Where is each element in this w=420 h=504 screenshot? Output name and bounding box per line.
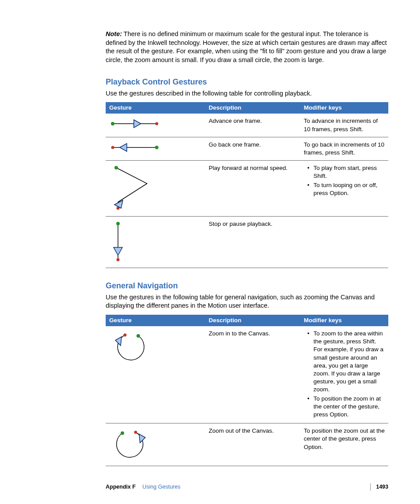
page: Note: There is no defined minimum or max… <box>0 0 420 504</box>
svg-marker-17 <box>115 337 122 346</box>
gesture-zoomin-icon <box>109 330 153 365</box>
cell-desc: Go back one frame. <box>205 137 300 160</box>
gesture-stop-icon <box>109 220 136 264</box>
bullet-item: To turn looping on or off, press Option. <box>309 181 385 197</box>
table-row: Zoom in to the Canvas. To zoom to the ar… <box>106 326 388 423</box>
th-modifier: Modifier keys <box>300 102 388 114</box>
cell-mod <box>300 217 388 268</box>
svg-point-6 <box>155 146 158 149</box>
cell-desc: Play forward at normal speed. <box>205 161 300 217</box>
svg-marker-3 <box>134 120 141 128</box>
bullet-item: To position the zoom in at the center of… <box>309 395 385 419</box>
gesture-zoomout-icon <box>109 427 153 462</box>
note-label: Note: <box>106 30 122 37</box>
content-area: Note: There is no defined minimum or max… <box>106 30 388 466</box>
table-row: Go back one frame. To go back in increme… <box>106 137 388 160</box>
gesture-play-icon <box>109 164 162 213</box>
cell-mod-list: To play from start, press Shift. To turn… <box>304 164 385 197</box>
cell-desc: Zoom in to the Canvas. <box>205 326 300 423</box>
cell-mod-list: To zoom to the area within the gesture, … <box>304 330 385 419</box>
table-row: Zoom out of the Canvas. To position the … <box>106 423 388 466</box>
svg-point-2 <box>155 122 158 125</box>
section-intro-playback: Use the gestures described in the follow… <box>106 89 388 98</box>
svg-point-5 <box>111 146 114 149</box>
table-row: Advance one frame. To advance in increme… <box>106 114 388 137</box>
section-heading-nav: General Navigation <box>106 280 388 291</box>
cell-desc: Advance one frame. <box>205 114 300 137</box>
footer-page-number: 1493 <box>370 483 388 491</box>
note-text: There is no defined minimum or maximum s… <box>106 30 387 63</box>
svg-marker-20 <box>139 434 145 443</box>
svg-point-19 <box>134 431 137 434</box>
th-description: Description <box>205 102 300 114</box>
page-footer: Appendix F Using Gestures 1493 <box>106 483 388 491</box>
footer-appendix: Appendix F <box>106 484 136 490</box>
bullet-item: To zoom to the area within the gesture, … <box>309 330 385 394</box>
cell-mod: To position the zoom out at the center o… <box>300 423 388 466</box>
table-row: Stop or pause playback. <box>106 217 388 268</box>
footer-chapter: Using Gestures <box>143 484 181 490</box>
th-modifier: Modifier keys <box>300 315 388 326</box>
cell-mod: To advance in increments of 10 frames, p… <box>300 114 388 137</box>
svg-marker-14 <box>114 247 122 255</box>
th-gesture: Gesture <box>106 315 205 326</box>
cell-desc: Stop or pause playback. <box>205 217 300 268</box>
note-paragraph: Note: There is no defined minimum or max… <box>106 30 388 64</box>
svg-point-13 <box>117 258 120 261</box>
svg-marker-7 <box>120 143 127 151</box>
th-gesture: Gesture <box>106 102 205 114</box>
svg-point-18 <box>121 431 124 435</box>
table-header-row: Gesture Description Modifier keys <box>106 102 388 114</box>
section-heading-playback: Playback Control Gestures <box>106 77 388 87</box>
table-playback: Gesture Description Modifier keys <box>106 102 388 268</box>
svg-point-15 <box>136 334 140 338</box>
table-header-row: Gesture Description Modifier keys <box>106 315 388 326</box>
gesture-advance-icon <box>109 117 162 130</box>
bullet-item: To play from start, press Shift. <box>309 164 385 180</box>
th-description: Description <box>205 315 300 326</box>
gesture-goback-icon <box>109 141 162 154</box>
cell-mod: To go back in increments of 10 frames, p… <box>300 137 388 160</box>
svg-point-12 <box>116 222 120 225</box>
table-row: Play forward at normal speed. To play fr… <box>106 161 388 217</box>
svg-point-8 <box>114 166 118 169</box>
svg-point-1 <box>111 122 114 125</box>
section-intro-nav: Use the gestures in the following table … <box>106 293 388 310</box>
cell-desc: Zoom out of the Canvas. <box>205 423 300 466</box>
svg-point-16 <box>124 333 127 336</box>
table-nav: Gesture Description Modifier keys <box>106 315 388 467</box>
